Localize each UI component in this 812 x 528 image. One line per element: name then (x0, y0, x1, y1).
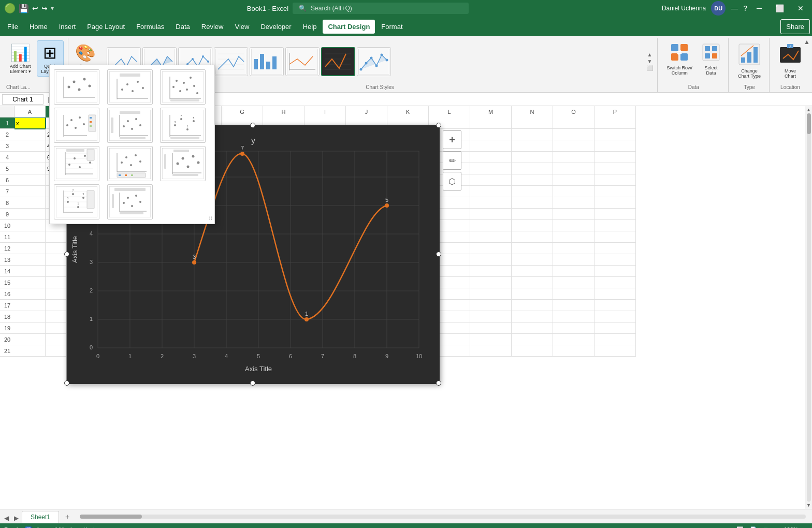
ribbon-toggle-btn[interactable]: — (731, 4, 738, 12)
cell-n8[interactable] (512, 197, 553, 209)
row-num-6[interactable]: 6 (0, 174, 15, 186)
cell-p9[interactable] (594, 209, 636, 220)
cell-p6[interactable] (594, 174, 636, 186)
cell-o6[interactable] (553, 174, 594, 186)
cell-p12[interactable] (594, 243, 636, 254)
row-num-2[interactable]: 2 (0, 129, 15, 140)
cell-n7[interactable] (512, 186, 553, 197)
row-num-21[interactable]: 21 (0, 345, 15, 357)
cell-p2[interactable] (594, 129, 636, 140)
layout-item-3[interactable] (160, 69, 206, 105)
sheet-tab-scroll-left[interactable]: ◀ (2, 514, 11, 523)
row-num-16[interactable]: 16 (0, 288, 15, 300)
row-num-13[interactable]: 13 (0, 254, 15, 266)
menu-item-help[interactable]: Help (298, 20, 322, 34)
corner-cell[interactable] (0, 106, 15, 118)
cell-o20[interactable] (553, 334, 594, 345)
menu-item-view[interactable]: View (229, 20, 254, 34)
col-header-l[interactable]: L (429, 106, 470, 118)
layout-item-11[interactable] (107, 184, 153, 219)
help-icon[interactable]: ? (743, 4, 747, 12)
cell-a2[interactable] (15, 129, 46, 140)
search-input[interactable] (311, 5, 456, 12)
menu-item-insert[interactable]: Insert (54, 20, 81, 34)
cell-o11[interactable] (553, 231, 594, 243)
cell-a8[interactable] (15, 197, 46, 209)
redo-btn[interactable]: ↪ (41, 4, 48, 12)
menu-item-formulas[interactable]: Formulas (131, 20, 169, 34)
cell-a17[interactable] (15, 300, 46, 311)
layout-item-9[interactable] (160, 146, 206, 181)
cell-n15[interactable] (512, 277, 553, 288)
menu-item-format[interactable]: Format (376, 20, 408, 34)
menu-item-data[interactable]: Data (170, 20, 195, 34)
minimize-btn[interactable]: ─ (752, 3, 766, 13)
sheet-tab-sheet1[interactable]: Sheet1 (22, 511, 59, 523)
hscroll-track[interactable] (80, 515, 806, 519)
cell-n11[interactable] (512, 231, 553, 243)
cell-o17[interactable] (553, 300, 594, 311)
cell-m7[interactable] (470, 186, 512, 197)
cell-a1[interactable]: x (15, 118, 46, 129)
cell-n10[interactable] (512, 220, 553, 231)
switch-row-column-button[interactable]: ⇄ Switch Row/Column (663, 40, 696, 78)
cell-n17[interactable] (512, 300, 553, 311)
scroll-down-arrow[interactable]: ▼ (806, 503, 811, 508)
chart-filter-tool[interactable]: ⬡ (443, 172, 461, 190)
cell-m2[interactable] (470, 129, 512, 140)
cell-a4[interactable] (15, 152, 46, 163)
cell-p8[interactable] (594, 197, 636, 209)
cell-o13[interactable] (553, 254, 594, 266)
cell-m10[interactable] (470, 220, 512, 231)
row-num-14[interactable]: 14 (0, 266, 15, 277)
layout-item-1[interactable] (54, 69, 99, 105)
cell-m20[interactable] (470, 334, 512, 345)
cell-o7[interactable] (553, 186, 594, 197)
cell-n18[interactable] (512, 311, 553, 322)
popup-resize-handle[interactable]: ⠿ (209, 216, 212, 222)
row-num-9[interactable]: 9 (0, 209, 15, 220)
menu-item-developer[interactable]: Developer (255, 20, 296, 34)
name-box[interactable]: Chart 1 (2, 94, 44, 105)
cell-n5[interactable] (512, 163, 553, 174)
cell-n13[interactable] (512, 254, 553, 266)
undo-btn[interactable]: ↩ (32, 4, 38, 12)
add-chart-element-button[interactable]: 📊 Add ChartElement ▾ (6, 40, 35, 77)
cell-a18[interactable] (15, 311, 46, 322)
cell-m16[interactable] (470, 288, 512, 300)
menu-item-file[interactable]: File (2, 20, 23, 34)
vscroll-track[interactable] (807, 113, 811, 502)
cell-o4[interactable] (553, 152, 594, 163)
cell-a15[interactable] (15, 277, 46, 288)
search-bar[interactable]: 🔍 (293, 3, 469, 14)
cell-a3[interactable] (15, 140, 46, 152)
cell-o14[interactable] (553, 266, 594, 277)
chart-handle-top[interactable] (250, 123, 255, 128)
cell-n12[interactable] (512, 243, 553, 254)
move-chart-button[interactable]: ↗ MoveChart (775, 40, 806, 81)
ribbon-collapse-button[interactable]: ▲ (804, 38, 810, 46)
col-header-a[interactable]: A (15, 106, 46, 118)
layout-item-10[interactable]: 3 7 1 5 (54, 184, 99, 219)
cell-m21[interactable] (470, 345, 512, 357)
col-header-k[interactable]: K (387, 106, 429, 118)
cell-n20[interactable] (512, 334, 553, 345)
cell-a21[interactable] (15, 345, 46, 357)
cell-a5[interactable] (15, 163, 46, 174)
cell-a9[interactable] (15, 209, 46, 220)
cell-o18[interactable] (553, 311, 594, 322)
chart-style-5[interactable] (250, 47, 284, 76)
row-num-10[interactable]: 10 (0, 220, 15, 231)
cell-a11[interactable] (15, 231, 46, 243)
cell-n21[interactable] (512, 345, 553, 357)
chart-styles-scroll-up[interactable]: ▲ (647, 52, 653, 57)
cell-n2[interactable] (512, 129, 553, 140)
cell-n19[interactable] (512, 322, 553, 334)
col-header-n[interactable]: N (512, 106, 553, 118)
row-num-4[interactable]: 4 (0, 152, 15, 163)
cell-o15[interactable] (553, 277, 594, 288)
cell-m4[interactable] (470, 152, 512, 163)
cell-a6[interactable] (15, 174, 46, 186)
vertical-scrollbar[interactable]: ▲ ▼ (805, 106, 812, 509)
chart-style-6[interactable] (285, 47, 320, 76)
